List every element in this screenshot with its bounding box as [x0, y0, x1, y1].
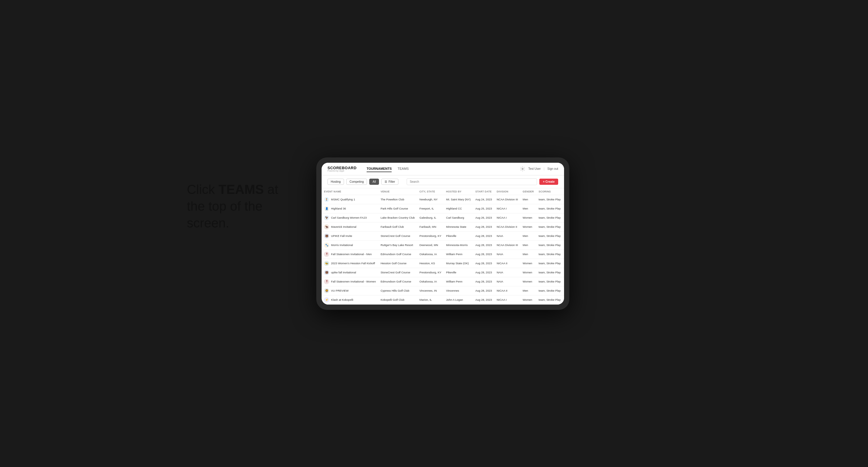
cell-scoring: team, Stroke Play [536, 204, 563, 213]
col-start-date: START DATE [473, 188, 494, 195]
col-actions: ACTIONS [563, 188, 564, 195]
navbar: SCOREBOARD Powered by clippit TOURNAMENT… [321, 163, 564, 176]
col-scoring: SCORING [536, 188, 563, 195]
cell-gender: Men [520, 241, 536, 250]
brand-sub: Powered by clippit [328, 170, 356, 172]
event-name-text: 2023 Women's Hesston Fall Kickoff [331, 261, 375, 265]
search-input[interactable] [407, 178, 537, 185]
cell-division: NICAA II [494, 259, 520, 268]
cell-actions: ✏ Edit [563, 286, 564, 295]
table-row: 🐻 upike fall invitational StoneCrest Gol… [321, 268, 564, 277]
cell-division: NICAA I [494, 295, 520, 304]
event-icon: 🐻 [324, 234, 329, 239]
nav-teams[interactable]: TEAMS [398, 166, 409, 172]
event-name-text: MSMC Qualifying 1 [331, 198, 355, 201]
cell-event-name: 👤 Highland 36 [321, 204, 378, 213]
cell-venue: Cypress Hills Golf Club [378, 286, 417, 295]
event-name-text: Fall Statesmen Invitational - Women [331, 280, 376, 283]
table-row: 🐂 Maverick Invitational Faribault Golf C… [321, 222, 564, 231]
cell-event-name: 🐻 UPIKE Fall Invite [321, 231, 378, 241]
cell-division: NCAA Division III [494, 195, 520, 204]
cell-hosted-by: William Penn [444, 250, 473, 259]
cell-event-name: 🦁 VU PREVIEW [321, 286, 378, 295]
cell-actions: ✏ Edit [563, 231, 564, 241]
nav-user: Test User [528, 167, 540, 170]
cell-city-state: Hesston, KS [417, 259, 444, 268]
event-icon: 🐾 [324, 243, 329, 248]
cell-city-state: Oskaloosa, IA [417, 277, 444, 286]
nav-tournaments[interactable]: TOURNAMENTS [367, 166, 392, 172]
cell-hosted-by: Vincennes [444, 286, 473, 295]
cell-gender: Men [520, 231, 536, 241]
event-icon: 🐻 [324, 270, 329, 275]
table-row: 🎖 Fall Statesmen Invitational - Women Ed… [321, 277, 564, 286]
annotation-text: Click TEAMS at the top of the screen. [187, 181, 290, 231]
event-icon: 👤 [324, 206, 329, 211]
cell-gender: Women [520, 295, 536, 304]
cell-city-state: Oskaloosa, IA [417, 250, 444, 259]
table-row: 👤 Highland 36 Park Hills Golf Course Fre… [321, 204, 564, 213]
event-name-text: Maverick Invitational [331, 225, 356, 228]
event-name-text: Carl Sandburg Women FA23 [331, 216, 367, 219]
table-row: 🦁 VU PREVIEW Cypress Hills Golf Club Vin… [321, 286, 564, 295]
cell-hosted-by: Carl Sandburg [444, 213, 473, 222]
cell-venue: Edmundson Golf Course [378, 277, 417, 286]
cell-division: NICAA II [494, 286, 520, 295]
cell-gender: Women [520, 259, 536, 268]
cell-hosted-by: Mt. Saint Mary (NY) [444, 195, 473, 204]
cell-division: NAIA [494, 268, 520, 277]
cell-actions: ✏ Edit [563, 241, 564, 250]
cell-gender: Women [520, 222, 536, 231]
cell-city-state: Prestonsburg, KY [417, 231, 444, 241]
cell-event-name: 🐾 Morris Invitational [321, 241, 378, 250]
all-filter-button[interactable]: All [369, 179, 379, 185]
filter-icon: ☰ [384, 180, 387, 183]
cell-gender: Women [520, 268, 536, 277]
event-name-text: Highland 36 [331, 207, 346, 210]
cell-start-date: Aug 28, 2023 [473, 277, 494, 286]
cell-start-date: Aug 28, 2023 [473, 231, 494, 241]
cell-event-name: 🐝 2023 Women's Hesston Fall Kickoff [321, 259, 378, 268]
cell-scoring: team, Stroke Play [536, 222, 563, 231]
cell-event-name: 🐂 Maverick Invitational [321, 222, 378, 231]
cell-actions: ✏ Edit [563, 277, 564, 286]
cell-division: NCAA Division II [494, 222, 520, 231]
filter-button[interactable]: ☰ Filter [381, 179, 398, 185]
cell-scoring: team, Stroke Play [536, 213, 563, 222]
cell-actions: ✏ Edit [563, 268, 564, 277]
cell-hosted-by: Murray State (OK) [444, 259, 473, 268]
event-name-text: upike fall invitational [331, 271, 356, 274]
competing-filter-button[interactable]: Competing [346, 179, 367, 185]
event-icon: 🦁 [324, 288, 329, 293]
event-icon: 🎖 [324, 279, 329, 284]
event-icon: 🎖 [324, 252, 329, 257]
cell-hosted-by: Minnesota State [444, 222, 473, 231]
col-event-name: EVENT NAME [321, 188, 378, 195]
cell-event-name: 🦅 Carl Sandburg Women FA23 [321, 213, 378, 222]
cell-scoring: team, Stroke Play [536, 259, 563, 268]
event-name-text: VU PREVIEW [331, 289, 349, 292]
cell-venue: Hesston Golf Course [378, 259, 417, 268]
table-row: 🎖 Fall Statesmen Invitational - Men Edmu… [321, 250, 564, 259]
cell-scoring: team, Stroke Play [536, 241, 563, 250]
table-row: 🐝 2023 Women's Hesston Fall Kickoff Hess… [321, 259, 564, 268]
cell-start-date: Aug 28, 2023 [473, 268, 494, 277]
col-gender: GENDER [520, 188, 536, 195]
cell-scoring: team, Stroke Play [536, 268, 563, 277]
tablet-frame: SCOREBOARD Powered by clippit TOURNAMENT… [316, 157, 569, 310]
cell-scoring: team, Stroke Play [536, 231, 563, 241]
cell-venue: StoneCrest Golf Course [378, 231, 417, 241]
col-city-state: CITY, STATE [417, 188, 444, 195]
sign-out-link[interactable]: Sign out [547, 167, 558, 170]
cell-start-date: Aug 28, 2023 [473, 259, 494, 268]
hosting-filter-button[interactable]: Hosting [328, 179, 344, 185]
event-name-text: Morris Invitational [331, 243, 353, 247]
cell-event-name: 🎖 Fall Statesmen Invitational - Women [321, 277, 378, 286]
brand: SCOREBOARD Powered by clippit [328, 166, 356, 172]
cell-actions: ✏ Edit [563, 213, 564, 222]
cell-venue: Faribault Golf Club [378, 222, 417, 231]
cell-gender: Men [520, 286, 536, 295]
gear-icon[interactable] [520, 166, 525, 172]
search-box [407, 178, 537, 185]
create-button[interactable]: + Create [539, 179, 558, 185]
